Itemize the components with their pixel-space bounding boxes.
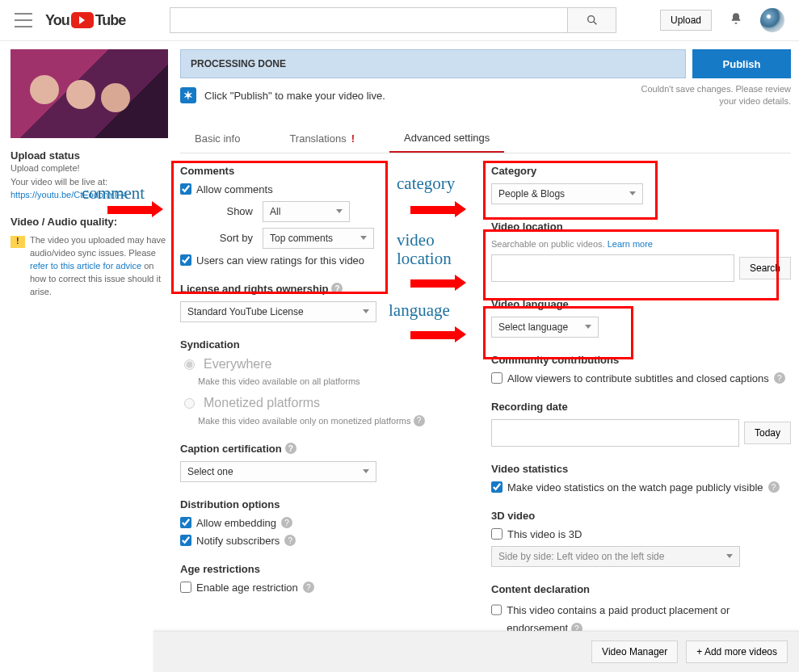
hamburger-menu-icon[interactable] — [15, 13, 32, 27]
processing-status: PROCESSING DONE — [180, 49, 686, 78]
help-icon[interactable]: ? — [414, 415, 425, 426]
distribution-title: Distribution options — [180, 498, 455, 510]
syndication-section: Syndication Everywhere Make this video a… — [180, 338, 455, 426]
help-icon[interactable]: ? — [281, 517, 292, 528]
bottom-bar: Video Manager + Add more videos — [153, 631, 799, 653]
location-learn-more-link[interactable]: Learn more — [608, 239, 653, 249]
settings-col-right: Category People & Blogs Video location S… — [491, 165, 791, 653]
help-icon[interactable]: ? — [303, 582, 314, 593]
add-more-videos-button[interactable]: + Add more videos — [686, 640, 788, 653]
publish-hint-text: Click "Publish" to make your video live. — [204, 90, 385, 102]
publish-info-icon: ✶ — [180, 87, 196, 103]
youtube-logo[interactable]: You Tube — [45, 12, 125, 29]
syndication-everywhere-hint: Make this video available on all platfor… — [198, 376, 455, 386]
upload-status-line: Upload complete! — [11, 163, 168, 173]
statistics-title: Video statistics — [491, 463, 791, 475]
license-select[interactable]: Standard YouTube License — [180, 301, 376, 322]
user-avatar[interactable] — [760, 8, 784, 32]
recording-date-input[interactable] — [491, 419, 739, 447]
3d-mode-select: Side by side: Left video on the left sid… — [491, 546, 740, 567]
location-section: Video location Searchable on public vide… — [491, 220, 791, 282]
tab-advanced-settings[interactable]: Advanced settings — [389, 124, 504, 153]
notifications-icon[interactable] — [730, 12, 742, 29]
allow-comments-checkbox[interactable] — [180, 183, 191, 195]
view-ratings-checkbox[interactable] — [180, 254, 191, 266]
community-allow-checkbox[interactable] — [491, 372, 503, 384]
notify-subscribers-checkbox[interactable] — [180, 535, 191, 546]
location-input[interactable] — [491, 254, 734, 282]
help-icon[interactable]: ? — [284, 535, 296, 546]
comments-title: Comments — [180, 165, 455, 177]
content-declaration-section: Content declaration This video contains … — [491, 583, 791, 637]
help-icon[interactable]: ? — [285, 443, 296, 454]
help-icon[interactable]: ? — [774, 372, 785, 384]
help-icon[interactable]: ? — [331, 283, 343, 294]
video-thumbnail[interactable] — [11, 49, 168, 138]
language-title: Video language — [491, 298, 791, 310]
publish-button[interactable]: Publish — [692, 49, 791, 78]
recording-today-button[interactable]: Today — [744, 422, 791, 444]
search-button[interactable] — [568, 7, 616, 33]
language-section: Video language Select language — [491, 298, 791, 338]
category-section: Category People & Blogs — [491, 165, 791, 204]
show-label: Show — [196, 205, 253, 217]
chevron-down-icon — [336, 209, 343, 213]
age-restriction-checkbox[interactable] — [180, 582, 191, 593]
upload-button[interactable]: Upload — [660, 10, 712, 31]
3d-label: This video is 3D — [507, 528, 582, 540]
location-search-button[interactable]: Search — [739, 257, 791, 279]
save-error-text: Couldn't save changes. Please review you… — [641, 83, 791, 108]
search-icon — [586, 14, 599, 27]
svg-line-1 — [594, 22, 596, 24]
comments-section: Comments Allow comments Show All Sort by… — [180, 165, 455, 267]
category-select[interactable]: People & Blogs — [491, 183, 643, 204]
advanced-settings-grid: Comments Allow comments Show All Sort by… — [180, 165, 791, 653]
3d-checkbox[interactable] — [491, 528, 503, 540]
community-section: Community contributions Allow viewers to… — [491, 354, 791, 384]
3d-title: 3D video — [491, 510, 791, 522]
license-title: License and rights ownership — [180, 283, 328, 295]
left-sidebar: Upload status Upload complete! Your vide… — [11, 49, 180, 653]
tab-basic-info[interactable]: Basic info — [180, 124, 254, 153]
allow-comments-label: Allow comments — [196, 183, 273, 195]
quality-title: Video / Audio quality: — [11, 216, 168, 228]
age-restriction-label: Enable age restriction — [196, 582, 298, 594]
caption-select[interactable]: Select one — [180, 461, 376, 482]
main-panel: PROCESSING DONE Publish ✶ Click "Publish… — [180, 49, 799, 653]
license-section: License and rights ownership? Standard Y… — [180, 283, 455, 322]
category-title: Category — [491, 165, 791, 177]
upload-status-title: Upload status — [11, 149, 168, 162]
declaration-title: Content declaration — [491, 583, 791, 595]
video-url-link[interactable]: https://youtu.be/CtEodbhYIF4 — [11, 190, 127, 200]
tab-translations[interactable]: Translations ! — [275, 124, 369, 153]
declaration-checkbox[interactable] — [491, 604, 502, 615]
quality-warning-text: The video you uploaded may have audio/vi… — [30, 234, 168, 299]
location-title: Video location — [491, 220, 791, 233]
logo-text-prefix: You — [45, 12, 69, 29]
allow-embedding-checkbox[interactable] — [180, 517, 191, 528]
allow-embedding-label: Allow embedding — [196, 517, 276, 529]
settings-col-left: Comments Allow comments Show All Sort by… — [180, 165, 455, 653]
warning-icon — [11, 236, 25, 248]
language-select[interactable]: Select language — [491, 317, 599, 338]
stats-visible-checkbox[interactable] — [491, 481, 503, 493]
topbar-right: Upload — [660, 8, 784, 32]
recording-date-section: Recording date Today — [491, 401, 791, 447]
svg-point-0 — [588, 16, 595, 23]
chevron-down-icon — [363, 309, 369, 313]
notify-subscribers-label: Notify subscribers — [196, 535, 280, 547]
tabs-bar: Basic info Translations ! Advanced setti… — [180, 124, 791, 153]
quality-article-link[interactable]: refer to this article for advice — [30, 261, 141, 271]
distribution-section: Distribution options Allow embedding ? N… — [180, 498, 455, 547]
upload-live-text: Your video will be live at: — [11, 177, 168, 187]
location-hint: Searchable on public videos. Learn more — [491, 239, 791, 249]
show-comments-select[interactable]: All — [263, 201, 350, 222]
search-input[interactable] — [170, 7, 568, 33]
video-manager-button[interactable]: Video Manager — [591, 640, 678, 653]
3d-video-section: 3D video This video is 3D Side by side: … — [491, 510, 791, 567]
sort-comments-select[interactable]: Top comments — [263, 228, 374, 249]
help-icon[interactable]: ? — [768, 481, 780, 493]
chevron-down-icon — [629, 191, 636, 195]
syndication-monetized-radio — [184, 398, 195, 409]
community-title: Community contributions — [491, 354, 791, 366]
